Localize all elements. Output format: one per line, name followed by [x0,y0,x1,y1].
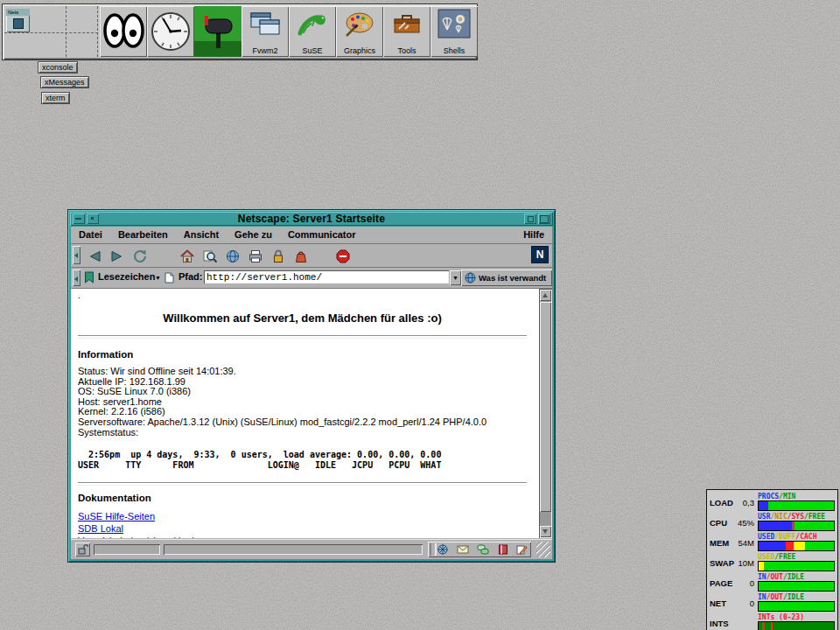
iconified-xconsole[interactable]: xconsole [38,62,77,73]
link-suse-hilfe[interactable]: SuSE Hilfe-Seiten [78,511,155,522]
mini-window-icon [13,18,24,29]
forward-button[interactable] [106,246,128,265]
url-input[interactable] [204,270,449,284]
fvwm-button-bar: Nets [3,4,477,60]
scroll-up-button[interactable] [540,290,551,301]
navigation-toolbar: N [71,244,552,268]
security-status-button[interactable] [75,542,90,556]
xeyes-icon [100,6,147,57]
toolbar-collapse-handle[interactable] [73,246,80,264]
mailbox-icon[interactable] [457,543,469,556]
xeyes-button[interactable] [100,6,147,57]
whats-related-globe-icon [465,272,476,284]
info-line: Status: Wir sind Offline seit 14:01:39. [78,367,539,377]
toolbox-icon [390,9,424,38]
horizontal-rule [78,482,527,486]
print-button[interactable] [244,246,266,265]
mini-window-title: Nets [6,9,30,16]
desktop: Nets [0,0,840,630]
window-iconify-button[interactable] [524,214,536,224]
bookmarks-dropdown-icon[interactable]: ▼ [155,275,161,281]
menu-communicator[interactable]: Communicator [280,227,364,242]
locbar-collapse-handle[interactable] [73,270,80,286]
xosview-bar [758,581,835,592]
xosview-legend: INTs (0-23) [758,613,835,621]
bookmarks-button[interactable]: Lesezeichen [98,271,155,282]
stop-button[interactable] [332,246,354,265]
arrow-down-icon [542,529,548,534]
xosview-value: 0 [732,598,754,608]
xosview-legend: USR/NIC/SYS/FREE [758,513,835,521]
security-lock-icon [270,248,286,264]
component-bar-handle[interactable] [430,543,437,556]
xosview-value: 45% [732,518,754,528]
browser-page: . Willkommen auf Server1, dem Mädchen fü… [71,289,539,538]
iconified-xmessages[interactable]: xMessages [41,77,88,88]
panel-button-graphics[interactable]: Graphics [336,6,383,57]
xosview-label: MEM [710,538,729,548]
mailbox-button[interactable] [194,6,242,57]
palette-icon [343,9,376,38]
mini-window-nets[interactable]: Nets [6,9,30,32]
window-titlebar[interactable]: Netscape: Server1 Startseite [70,212,553,226]
back-button[interactable] [83,246,105,265]
arrow-up-icon [542,293,548,298]
vertical-scrollbar[interactable] [539,289,552,538]
menu-datei[interactable]: Datei [71,227,110,242]
shop-button[interactable] [290,246,312,265]
xosview-legend: PROCS/MIN [758,493,835,500]
security-button[interactable] [267,246,289,265]
link-sdb-lokal[interactable]: SDB Lokal [78,523,123,534]
back-icon [87,248,102,264]
window-resize-grip[interactable] [536,542,550,557]
menu-bar: Datei Bearbeiten Ansicht Gehe zu Communi… [71,227,552,244]
menu-bearbeiten[interactable]: Bearbeiten [110,227,176,242]
panel-button-tools[interactable]: Tools [383,6,430,57]
clock-button[interactable] [147,6,194,57]
menu-ansicht[interactable]: Ansicht [176,227,227,242]
mailbox-icon [194,6,242,57]
whats-related-button[interactable]: Was ist verwandt [461,270,552,286]
search-button[interactable] [199,246,220,265]
composer-icon[interactable] [515,543,528,556]
panel-button-suse[interactable]: SuSE [289,6,336,57]
xosview-row-ints: INTSINTs (0-23) [707,612,837,630]
progress-area [94,544,160,555]
home-button[interactable] [176,246,198,265]
scrollbar-thumb[interactable] [540,302,551,512]
xosview-row-swap: SWAP10MUSED/FREE [707,552,837,572]
pager-grid-line [66,6,66,57]
clock-icon [147,6,194,57]
uptime-line: 2:56pm up 4 days, 9:33, 0 users, load av… [78,450,539,460]
bookmark-icon [84,271,94,284]
menu-hilfe[interactable]: Hilfe [515,227,552,242]
panel-button-label: SuSE [289,46,336,55]
xosview-monitor: LOAD0,3PROCS/MINCPU45%USR/NIC/SYS/FREEME… [707,490,837,630]
window-maximize-button[interactable] [538,214,550,224]
info-block: Status: Wir sind Offline seit 14:01:39. … [78,367,539,438]
netscape-logo[interactable]: N [532,247,548,262]
fvwm-pager[interactable]: Nets [4,6,98,57]
xosview-label: LOAD [710,498,733,508]
pager-grid-line [4,32,98,33]
addressbook-icon[interactable] [497,543,509,556]
panel-button-fvwm2[interactable]: Fvwm2 [242,6,289,57]
reload-button[interactable] [129,246,150,265]
panel-button-shells[interactable]: Shells [430,6,478,57]
page-proxy-icon[interactable] [164,272,174,284]
scroll-down-button[interactable] [540,526,551,537]
link-verzeichnis-doc[interactable]: Verzeichnis /usr/share/doc/ [78,536,193,538]
xosview-legend: IN/OUT/IDLE [758,593,835,601]
xosview-bar [758,541,835,551]
iconified-xterm[interactable]: xterm [42,93,69,103]
my-netscape-button[interactable] [221,246,243,265]
menu-gehe-zu[interactable]: Gehe zu [227,227,280,242]
xosview-value: 0 [732,578,754,588]
discussions-icon[interactable] [477,543,489,556]
panel-button-label: Shells [430,46,478,55]
status-bar [71,539,552,560]
netscape-client-area: Datei Bearbeiten Ansicht Gehe zu Communi… [71,227,552,559]
url-dropdown-button[interactable]: ▼ [450,270,461,285]
xosview-row-net: NET0IN/OUT/IDLE [707,592,837,612]
navigator-icon[interactable] [437,543,449,556]
